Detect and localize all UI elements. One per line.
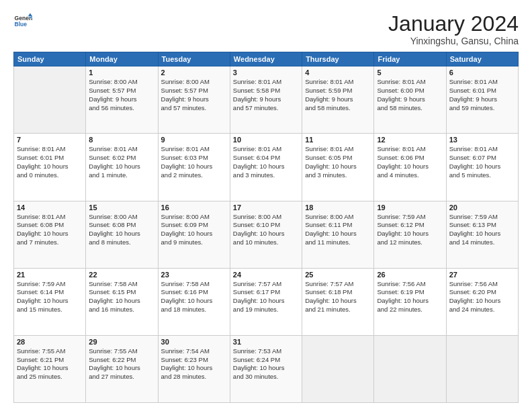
day-info: Sunrise: 8:01 AM Sunset: 6:07 PM Dayligh…: [449, 145, 515, 179]
day-info: Sunrise: 8:00 AM Sunset: 6:10 PM Dayligh…: [233, 213, 299, 247]
day-info: Sunrise: 8:01 AM Sunset: 5:59 PM Dayligh…: [305, 78, 371, 112]
day-info: Sunrise: 8:01 AM Sunset: 5:58 PM Dayligh…: [233, 78, 299, 112]
day-info: Sunrise: 7:59 AM Sunset: 6:12 PM Dayligh…: [377, 213, 443, 247]
calendar-cell: 19Sunrise: 7:59 AM Sunset: 6:12 PM Dayli…: [374, 201, 446, 268]
day-number: 15: [89, 203, 154, 212]
calendar-cell: 16Sunrise: 8:00 AM Sunset: 6:09 PM Dayli…: [158, 201, 230, 268]
day-number: 1: [89, 68, 154, 77]
logo: General Blue: [13, 12, 32, 31]
calendar-header-friday: Friday: [374, 52, 446, 66]
calendar-cell: 15Sunrise: 8:00 AM Sunset: 6:08 PM Dayli…: [86, 201, 158, 268]
calendar-week-3: 14Sunrise: 8:01 AM Sunset: 6:08 PM Dayli…: [14, 201, 519, 268]
day-info: Sunrise: 8:00 AM Sunset: 6:09 PM Dayligh…: [161, 213, 227, 247]
day-info: Sunrise: 7:55 AM Sunset: 6:22 PM Dayligh…: [89, 347, 154, 381]
day-number: 4: [305, 68, 371, 77]
day-info: Sunrise: 8:01 AM Sunset: 6:03 PM Dayligh…: [161, 145, 227, 179]
day-info: Sunrise: 7:54 AM Sunset: 6:23 PM Dayligh…: [161, 347, 227, 381]
calendar-header-thursday: Thursday: [302, 52, 374, 66]
calendar-header-row: SundayMondayTuesdayWednesdayThursdayFrid…: [14, 52, 519, 66]
day-info: Sunrise: 7:55 AM Sunset: 6:21 PM Dayligh…: [17, 347, 83, 381]
day-info: Sunrise: 8:01 AM Sunset: 6:01 PM Dayligh…: [449, 78, 515, 112]
day-number: 19: [377, 203, 443, 212]
day-number: 14: [17, 203, 83, 212]
main-title: January 2024: [388, 12, 519, 36]
calendar-cell: 10Sunrise: 8:01 AM Sunset: 6:04 PM Dayli…: [230, 134, 302, 201]
day-number: 21: [17, 271, 83, 279]
calendar-week-5: 28Sunrise: 7:55 AM Sunset: 6:21 PM Dayli…: [14, 335, 519, 402]
calendar-week-1: 1Sunrise: 8:00 AM Sunset: 5:57 PM Daylig…: [14, 66, 519, 134]
calendar-cell: 29Sunrise: 7:55 AM Sunset: 6:22 PM Dayli…: [86, 335, 158, 402]
day-info: Sunrise: 7:57 AM Sunset: 6:17 PM Dayligh…: [233, 280, 299, 314]
calendar-cell: 3Sunrise: 8:01 AM Sunset: 5:58 PM Daylig…: [230, 66, 302, 134]
day-info: Sunrise: 8:01 AM Sunset: 6:04 PM Dayligh…: [233, 145, 299, 179]
day-info: Sunrise: 7:58 AM Sunset: 6:15 PM Dayligh…: [89, 280, 154, 314]
day-info: Sunrise: 8:01 AM Sunset: 6:02 PM Dayligh…: [89, 145, 154, 179]
calendar-cell: 27Sunrise: 7:56 AM Sunset: 6:20 PM Dayli…: [446, 268, 518, 335]
subtitle: Yinxingshu, Gansu, China: [388, 36, 519, 46]
calendar-cell: 8Sunrise: 8:01 AM Sunset: 6:02 PM Daylig…: [86, 134, 158, 201]
calendar-header-saturday: Saturday: [446, 52, 518, 66]
day-number: 25: [305, 271, 371, 279]
calendar-cell: 24Sunrise: 7:57 AM Sunset: 6:17 PM Dayli…: [230, 268, 302, 335]
day-info: Sunrise: 8:00 AM Sunset: 5:57 PM Dayligh…: [161, 78, 227, 112]
calendar: SundayMondayTuesdayWednesdayThursdayFrid…: [13, 52, 519, 403]
calendar-cell: [446, 335, 518, 402]
day-info: Sunrise: 7:58 AM Sunset: 6:16 PM Dayligh…: [161, 280, 227, 314]
day-number: 12: [377, 136, 443, 144]
calendar-cell: 12Sunrise: 8:01 AM Sunset: 6:06 PM Dayli…: [374, 134, 446, 201]
calendar-cell: 23Sunrise: 7:58 AM Sunset: 6:16 PM Dayli…: [158, 268, 230, 335]
day-number: 24: [233, 271, 299, 279]
day-number: 3: [233, 68, 299, 77]
calendar-cell: [14, 66, 86, 134]
calendar-cell: 20Sunrise: 7:59 AM Sunset: 6:13 PM Dayli…: [446, 201, 518, 268]
calendar-cell: 25Sunrise: 7:57 AM Sunset: 6:18 PM Dayli…: [302, 268, 374, 335]
day-info: Sunrise: 8:01 AM Sunset: 6:05 PM Dayligh…: [305, 145, 371, 179]
day-number: 30: [161, 338, 227, 346]
logo-icon: General Blue: [13, 12, 32, 31]
day-number: 11: [305, 136, 371, 144]
calendar-cell: 22Sunrise: 7:58 AM Sunset: 6:15 PM Dayli…: [86, 268, 158, 335]
calendar-header-wednesday: Wednesday: [230, 52, 302, 66]
day-number: 29: [89, 338, 154, 346]
day-info: Sunrise: 7:57 AM Sunset: 6:18 PM Dayligh…: [305, 280, 371, 314]
calendar-cell: [374, 335, 446, 402]
day-info: Sunrise: 7:59 AM Sunset: 6:13 PM Dayligh…: [449, 213, 515, 247]
day-number: 22: [89, 271, 154, 279]
calendar-cell: 26Sunrise: 7:56 AM Sunset: 6:19 PM Dayli…: [374, 268, 446, 335]
day-number: 28: [17, 338, 83, 346]
day-number: 26: [377, 271, 443, 279]
day-info: Sunrise: 7:56 AM Sunset: 6:20 PM Dayligh…: [449, 280, 515, 314]
day-number: 27: [449, 271, 515, 279]
calendar-cell: 11Sunrise: 8:01 AM Sunset: 6:05 PM Dayli…: [302, 134, 374, 201]
calendar-header-sunday: Sunday: [14, 52, 86, 66]
calendar-cell: 30Sunrise: 7:54 AM Sunset: 6:23 PM Dayli…: [158, 335, 230, 402]
svg-text:Blue: Blue: [15, 21, 28, 28]
day-info: Sunrise: 8:00 AM Sunset: 6:11 PM Dayligh…: [305, 213, 371, 247]
day-info: Sunrise: 8:01 AM Sunset: 6:06 PM Dayligh…: [377, 145, 443, 179]
calendar-cell: 13Sunrise: 8:01 AM Sunset: 6:07 PM Dayli…: [446, 134, 518, 201]
calendar-cell: 7Sunrise: 8:01 AM Sunset: 6:01 PM Daylig…: [14, 134, 86, 201]
calendar-header-monday: Monday: [86, 52, 158, 66]
day-info: Sunrise: 8:01 AM Sunset: 6:00 PM Dayligh…: [377, 78, 443, 112]
calendar-cell: 5Sunrise: 8:01 AM Sunset: 6:00 PM Daylig…: [374, 66, 446, 134]
calendar-cell: 17Sunrise: 8:00 AM Sunset: 6:10 PM Dayli…: [230, 201, 302, 268]
calendar-cell: 9Sunrise: 8:01 AM Sunset: 6:03 PM Daylig…: [158, 134, 230, 201]
calendar-cell: 21Sunrise: 7:59 AM Sunset: 6:14 PM Dayli…: [14, 268, 86, 335]
calendar-cell: 31Sunrise: 7:53 AM Sunset: 6:24 PM Dayli…: [230, 335, 302, 402]
calendar-cell: [302, 335, 374, 402]
day-number: 18: [305, 203, 371, 212]
calendar-cell: 4Sunrise: 8:01 AM Sunset: 5:59 PM Daylig…: [302, 66, 374, 134]
day-info: Sunrise: 8:01 AM Sunset: 6:01 PM Dayligh…: [17, 145, 83, 179]
day-info: Sunrise: 7:53 AM Sunset: 6:24 PM Dayligh…: [233, 347, 299, 381]
calendar-week-2: 7Sunrise: 8:01 AM Sunset: 6:01 PM Daylig…: [14, 134, 519, 201]
day-info: Sunrise: 7:56 AM Sunset: 6:19 PM Dayligh…: [377, 280, 443, 314]
day-info: Sunrise: 8:01 AM Sunset: 6:08 PM Dayligh…: [17, 213, 83, 247]
day-number: 10: [233, 136, 299, 144]
day-number: 2: [161, 68, 227, 77]
day-number: 13: [449, 136, 515, 144]
calendar-cell: 6Sunrise: 8:01 AM Sunset: 6:01 PM Daylig…: [446, 66, 518, 134]
calendar-header-tuesday: Tuesday: [158, 52, 230, 66]
day-info: Sunrise: 7:59 AM Sunset: 6:14 PM Dayligh…: [17, 280, 83, 314]
day-number: 8: [89, 136, 154, 144]
day-number: 16: [161, 203, 227, 212]
